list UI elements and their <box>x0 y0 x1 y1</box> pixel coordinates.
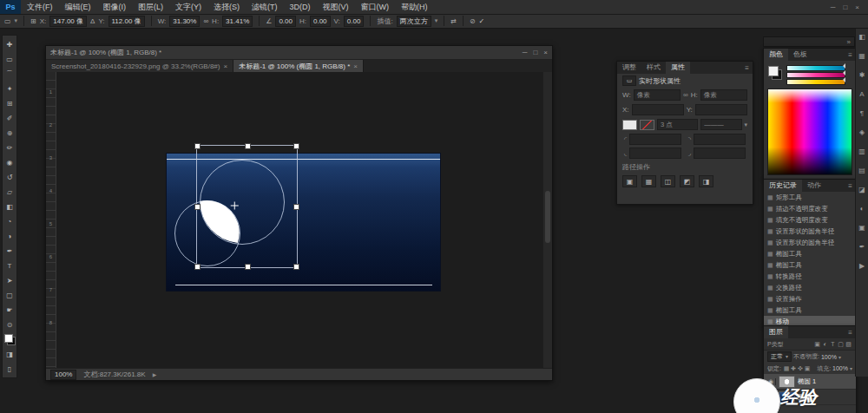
window-control-button[interactable]: × <box>855 3 859 11</box>
document-tab[interactable]: Screenshot_20180416-232929.png @ 33.2%(R… <box>46 60 233 73</box>
shape-tool[interactable]: ▢ <box>3 288 16 303</box>
eyedropper-tool[interactable]: ✐ <box>3 111 16 126</box>
transform-handle[interactable] <box>293 143 299 149</box>
corner-radius-field[interactable] <box>629 134 681 145</box>
transform-handle[interactable] <box>245 264 251 270</box>
stroke-type-select[interactable]: ——— <box>700 119 741 130</box>
hand-tool[interactable]: ☛ <box>3 303 16 318</box>
history-step[interactable]: ▦ 设置形状的圆角半径 <box>764 226 856 237</box>
color-panel-icon[interactable]: ◧ <box>857 33 867 41</box>
gradient-tool[interactable]: ◧ <box>3 200 16 214</box>
move-tool[interactable]: ✚ <box>3 37 16 52</box>
combine-shapes-icon[interactable]: ▦ <box>641 175 656 187</box>
window-control-button[interactable]: □ <box>533 49 537 56</box>
history-step[interactable]: ▦ 转换路径 <box>764 271 856 282</box>
opacity-value[interactable]: 100% <box>821 354 837 360</box>
history-step[interactable]: ▦ 填充不透明度改变 <box>764 214 856 226</box>
histogram-panel-icon[interactable]: ▤ <box>857 167 867 174</box>
transform-handle[interactable] <box>194 264 201 270</box>
path-selection-tool[interactable]: ➤ <box>3 273 16 288</box>
filter-smart-objects-icon[interactable]: ▨ <box>845 341 852 348</box>
filter-type-layers-icon[interactable]: T <box>829 341 837 348</box>
magenta-ramp-slider[interactable] <box>786 72 845 78</box>
menu-item[interactable]: 滤镜(T) <box>246 0 284 14</box>
filter-shape-layers-icon[interactable]: ▢ <box>837 341 845 348</box>
panel-tab[interactable]: 颜色 <box>764 49 788 61</box>
history-step[interactable]: ▦ 交换路径 <box>764 282 856 293</box>
interpolation-select[interactable]: 两次立方 <box>397 16 431 27</box>
lock-pixels-icon[interactable]: ✚ <box>790 365 797 372</box>
panel-tab[interactable]: 样式 <box>641 62 666 74</box>
h-skew-field[interactable]: 0.00 <box>310 16 331 27</box>
tool-preset-icon[interactable]: ▭ <box>4 17 11 25</box>
shape-x-field[interactable] <box>632 104 684 115</box>
screen-mode-icon[interactable]: ▯ <box>3 362 16 377</box>
width-scale-field[interactable]: 31.30% <box>169 16 200 27</box>
navigator-panel-icon[interactable]: ▥ <box>857 148 867 155</box>
panel-tab[interactable]: 历史记录 <box>764 180 802 192</box>
history-step[interactable]: ▦ 椭圆工具 <box>764 248 856 259</box>
window-control-button[interactable]: □ <box>843 3 847 11</box>
zoom-level-field[interactable]: 100% <box>50 370 76 380</box>
opacity-caret-icon[interactable]: ▾ <box>838 354 841 360</box>
window-control-button[interactable]: ─ <box>523 49 528 56</box>
link-dimensions-icon[interactable]: ∞ <box>683 91 688 99</box>
foreground-color-swatch[interactable] <box>768 66 779 76</box>
brush-panel-icon[interactable]: ✱ <box>857 71 867 79</box>
menu-item[interactable]: 图像(I) <box>97 0 133 14</box>
fill-caret-icon[interactable]: ▾ <box>850 365 852 371</box>
channels-panel-icon[interactable]: ▣ <box>857 224 867 232</box>
shape-y-field[interactable] <box>695 104 747 115</box>
new-layer-shape-icon[interactable]: ▣ <box>622 175 637 187</box>
type-tool[interactable]: T <box>3 259 16 273</box>
tab-close-icon[interactable]: × <box>353 60 358 73</box>
vertical-scrollbar[interactable] <box>542 72 552 369</box>
stroke-width-field[interactable]: 3 点 <box>657 119 698 130</box>
transform-handle[interactable] <box>293 264 299 270</box>
v-skew-field[interactable]: 0.00 <box>344 16 365 27</box>
history-step[interactable]: ▦ 椭圆工具 <box>764 305 856 316</box>
panel-tab[interactable]: 色板 <box>788 49 812 61</box>
filter-pixel-layers-icon[interactable]: ▣ <box>813 341 821 348</box>
clone-stamp-tool[interactable]: ◉ <box>3 155 16 170</box>
quick-mask-icon[interactable]: ◨ <box>3 347 16 362</box>
dodge-tool[interactable]: ◑ <box>3 229 16 244</box>
blur-tool[interactable]: ◔ <box>3 214 16 229</box>
reference-point-locator-icon[interactable]: ⊞ <box>30 17 36 25</box>
shape-width-field[interactable]: 像素 <box>634 89 681 101</box>
info-panel-icon[interactable]: ◈ <box>857 128 867 136</box>
corner-radius-field[interactable] <box>694 148 746 159</box>
swatches-panel-icon[interactable]: ▦ <box>857 52 867 60</box>
blend-mode-select[interactable]: 正常 ▾ <box>767 351 792 362</box>
commit-transform-button[interactable]: ✓ <box>479 17 485 25</box>
history-brush-tool[interactable]: ↺ <box>3 170 16 185</box>
menu-item[interactable]: 视图(V) <box>317 0 355 14</box>
yellow-ramp-slider[interactable] <box>786 79 845 85</box>
window-control-button[interactable]: ─ <box>831 3 836 11</box>
document-tab[interactable]: 未标题-1 @ 100% (椭圆 1, RGB/8) * × <box>233 60 364 73</box>
transform-handle[interactable] <box>194 204 201 210</box>
shape-stroke-swatch[interactable] <box>640 120 654 130</box>
zoom-tool[interactable]: ⊙ <box>3 318 16 332</box>
filter-adjustment-layers-icon[interactable]: ◐ <box>821 341 829 348</box>
transform-handle[interactable] <box>194 143 201 149</box>
tab-layers[interactable]: 图层 <box>764 326 788 338</box>
x-position-field[interactable]: 147.00 像 <box>49 16 87 27</box>
history-step[interactable]: ▦ 椭圆工具 <box>764 259 856 271</box>
menu-item[interactable]: 编辑(E) <box>59 0 97 14</box>
layers-filter-label[interactable]: P类型 <box>767 340 784 349</box>
history-step[interactable]: ▦ 描边不透明度改变 <box>764 203 856 214</box>
character-panel-icon[interactable]: A <box>857 90 867 98</box>
color-spectrum-picker[interactable] <box>767 88 852 175</box>
menu-item[interactable]: 文字(Y) <box>169 0 207 14</box>
corner-radius-field[interactable] <box>694 134 746 145</box>
cancel-transform-button[interactable]: ⊘ <box>470 17 476 25</box>
y-position-field[interactable]: 112.00 像 <box>108 16 145 27</box>
cyan-ramp-slider[interactable] <box>786 65 845 71</box>
menu-item[interactable]: 文件(F) <box>21 0 59 14</box>
menu-item[interactable]: 选择(S) <box>207 0 246 14</box>
preset-caret-icon[interactable]: ▾ <box>15 17 18 24</box>
quick-selection-tool[interactable]: ✦ <box>3 82 16 96</box>
timeline-panel-icon[interactable]: ▶ <box>857 262 867 270</box>
interpolation-caret-icon[interactable]: ▾ <box>435 17 438 24</box>
